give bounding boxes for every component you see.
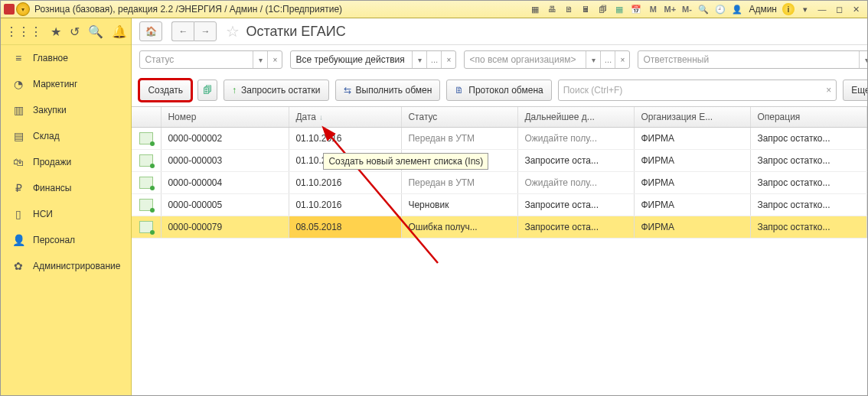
chevron-down-icon[interactable]: ▾ (253, 51, 267, 68)
filter-row: Статус ▾ × Все требующие действия ▾ … × … (132, 45, 868, 74)
tb-table-icon[interactable]: ▦ (613, 3, 625, 15)
col-icon[interactable] (132, 107, 162, 127)
page-title: Остатки ЕГАИС (246, 24, 345, 40)
sidebar-item-4[interactable]: 🛍Продажи (1, 149, 131, 175)
cell-num: 0000-000004 (162, 172, 289, 193)
col-next[interactable]: Дальнейшее д... (518, 107, 635, 127)
star-icon[interactable]: ★ (51, 24, 61, 39)
cell-org: ФИРМА (635, 216, 751, 238)
cell-status: Черновик (402, 194, 518, 216)
filter-status[interactable]: Статус ▾ × (139, 50, 282, 69)
window-close-icon[interactable]: ✕ (850, 3, 862, 15)
col-org[interactable]: Организация Е... (635, 107, 751, 127)
table-row[interactable]: 0000-00000401.10.2016Передан в УТМОжидай… (132, 172, 868, 194)
filter-resp[interactable]: Ответственный ▾ × (638, 50, 868, 69)
back-button[interactable]: ← (171, 21, 194, 41)
sidebar-item-3[interactable]: ▤Склад (1, 123, 131, 149)
col-op[interactable]: Операция (751, 107, 867, 127)
sidebar-toolbar: ⋮⋮⋮ ★ ↺ 🔍 🔔 (1, 18, 131, 45)
cell-num: 0000-000079 (162, 216, 289, 238)
doc-icon (139, 154, 153, 167)
table-row[interactable]: 0000-00000301.10.2016ЧерновикЗапросите о… (132, 150, 868, 172)
clear-search-icon[interactable]: × (826, 85, 831, 96)
app-menu-icon[interactable]: ▾ (16, 2, 30, 16)
tb-grid-icon[interactable]: ▦ (529, 3, 541, 15)
cell-org: ФИРМА (635, 172, 751, 193)
action-row: Создать 🗐 ↑Запросить остатки ⇆Выполнить … (132, 74, 868, 106)
sidebar-item-7[interactable]: 👤Персонал (1, 227, 131, 253)
history-icon[interactable]: ↺ (70, 24, 80, 39)
clear-icon[interactable]: × (441, 51, 455, 68)
clock-icon[interactable]: 🕘 (714, 3, 726, 15)
main-area: 🏠 ← → ☆ Остатки ЕГАИС × Статус ▾ × Все т… (132, 18, 868, 396)
create-button[interactable]: Создать (139, 80, 191, 101)
titlebar: ▾ Розница (базовая), редакция 2.2 /ЭНЕРГ… (1, 1, 867, 18)
sidebar-item-2[interactable]: ▥Закупки (1, 97, 131, 123)
cell-date: 01.10.2016 (289, 128, 402, 149)
bell-icon[interactable]: 🔔 (112, 24, 127, 39)
tb-sheet-icon[interactable]: 🗐 (596, 3, 609, 15)
sidebar-item-1[interactable]: ◔Маркетинг (1, 71, 131, 97)
chevron-down-icon[interactable]: ▾ (412, 51, 426, 68)
nav-label: Склад (33, 131, 60, 141)
exchange-icon: ⇆ (344, 85, 351, 96)
col-status[interactable]: Статус (402, 107, 518, 127)
search-input[interactable]: Поиск (Ctrl+F) × (558, 80, 837, 101)
col-number[interactable]: Номер (162, 107, 289, 127)
tb-calc-icon[interactable]: 🖩 (579, 3, 592, 15)
cell-num: 0000-000002 (162, 128, 289, 149)
ellipsis-icon[interactable]: … (426, 51, 441, 68)
filter-org[interactable]: <по всем организациям> ▾ … × (464, 50, 630, 69)
nav-label: Персонал (33, 235, 75, 245)
window-restore-icon[interactable]: ◻ (833, 3, 845, 15)
doc-icon (139, 177, 153, 189)
nav-label: Администрирование (33, 261, 120, 271)
chevron-down-icon[interactable]: ▾ (859, 51, 868, 68)
zoom-icon[interactable]: 🔍 (697, 3, 710, 15)
cell-op: Запрос остатко... (751, 194, 867, 216)
window-minimize-icon[interactable]: — (816, 3, 828, 15)
copy-button[interactable]: 🗐 (197, 80, 217, 101)
memory-mplus[interactable]: M+ (664, 3, 676, 15)
protocol-button[interactable]: 🗎Протокол обмена (446, 80, 551, 101)
memory-mminus[interactable]: M- (680, 3, 693, 15)
filter-org-text: <по всем организациям> (465, 54, 586, 65)
memory-m[interactable]: M (647, 3, 659, 15)
table-row[interactable]: 0000-00007908.05.2018Ошибка получ...Запр… (132, 216, 868, 239)
sidebar-item-6[interactable]: ▯НСИ (1, 201, 131, 227)
filter-actions[interactable]: Все требующие действия ▾ … × (290, 50, 456, 69)
cell-org: ФИРМА (635, 150, 751, 171)
apps-icon[interactable]: ⋮⋮⋮ (5, 24, 42, 39)
more-button[interactable]: Еще▾ (843, 80, 868, 101)
info-icon[interactable]: i (782, 3, 795, 15)
home-button[interactable]: 🏠 (139, 21, 162, 41)
nav-icon: ▤ (11, 130, 25, 142)
search-icon[interactable]: 🔍 (88, 24, 103, 39)
col-date[interactable]: Дата↓ (289, 107, 402, 127)
tb-print-icon[interactable]: 🖶 (546, 3, 558, 15)
exchange-button[interactable]: ⇆Выполнить обмен (335, 80, 441, 101)
page-toolbar: 🏠 ← → ☆ Остатки ЕГАИС × (132, 18, 868, 45)
cell-op: Запрос остатко... (751, 216, 867, 238)
tb-doc-icon[interactable]: 🗎 (563, 3, 575, 15)
forward-button[interactable]: → (194, 21, 217, 41)
sidebar: ⋮⋮⋮ ★ ↺ 🔍 🔔 ≡Главное◔Маркетинг▥Закупки▤С… (1, 18, 132, 396)
filter-resp-text: Ответственный (638, 54, 859, 65)
ellipsis-icon[interactable]: … (600, 51, 615, 68)
table-row[interactable]: 0000-00000501.10.2016ЧерновикЗапросите о… (132, 194, 868, 216)
table-row[interactable]: 0000-00000201.10.2016Передан в УТМОжидай… (132, 128, 868, 150)
sidebar-item-8[interactable]: ✿Администрирование (1, 253, 131, 279)
cell-status: Передан в УТМ (402, 172, 518, 193)
sidebar-item-0[interactable]: ≡Главное (1, 45, 131, 71)
cell-num: 0000-000005 (162, 194, 289, 216)
search-placeholder: Поиск (Ctrl+F) (563, 85, 623, 96)
info-drop-icon[interactable]: ▾ (799, 3, 811, 15)
tb-calendar-icon[interactable]: 📅 (630, 3, 642, 15)
favorite-star-icon[interactable]: ☆ (226, 22, 240, 41)
request-button[interactable]: ↑Запросить остатки (224, 80, 328, 101)
cell-org: ФИРМА (635, 194, 751, 216)
sidebar-item-5[interactable]: ₽Финансы (1, 175, 131, 201)
clear-icon[interactable]: × (615, 51, 629, 68)
chevron-down-icon[interactable]: ▾ (586, 51, 600, 68)
clear-icon[interactable]: × (267, 51, 282, 68)
